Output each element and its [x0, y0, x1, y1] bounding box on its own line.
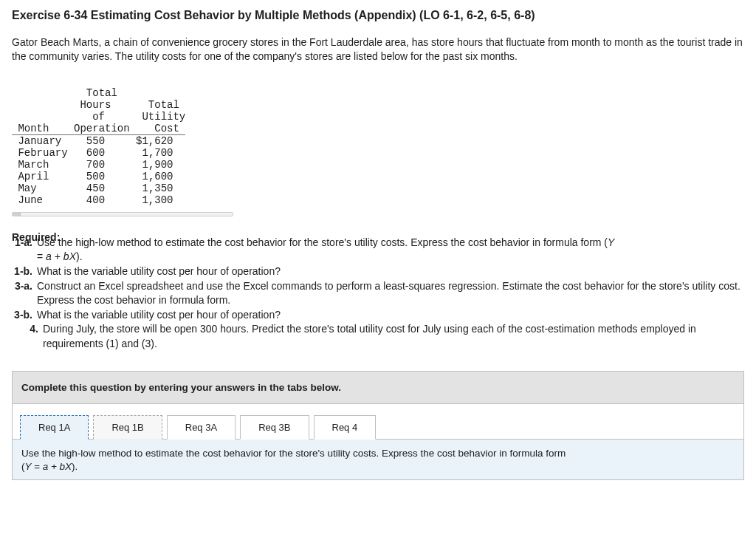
data-table: Total Hours Total of Utility Month Opera…	[12, 87, 200, 206]
tab-req-1b[interactable]: Req 1B	[93, 415, 162, 440]
tab-req-3b[interactable]: Req 3B	[240, 415, 309, 440]
tab-req-4[interactable]: Req 4	[314, 415, 377, 440]
tab-req-1a[interactable]: Req 1A	[20, 415, 89, 440]
table-scrollbar[interactable]	[12, 212, 233, 216]
page-title: Exercise 6-34 Estimating Cost Behavior b…	[12, 9, 744, 22]
requirements-list-clean: 1-a. Use the high-low method to estimate…	[12, 236, 744, 352]
answer-area: Complete this question by entering your …	[12, 371, 744, 480]
tab-row: Req 1A Req 1B Req 3A Req 3B Req 4	[13, 404, 743, 439]
tab-content-req-1a: Use the high-low method to estimate the …	[13, 439, 743, 479]
intro-paragraph: Gator Beach Marts, a chain of convenienc…	[12, 35, 744, 64]
instruction-bar: Complete this question by entering your …	[13, 372, 743, 404]
tab-req-3a[interactable]: Req 3A	[167, 415, 236, 440]
